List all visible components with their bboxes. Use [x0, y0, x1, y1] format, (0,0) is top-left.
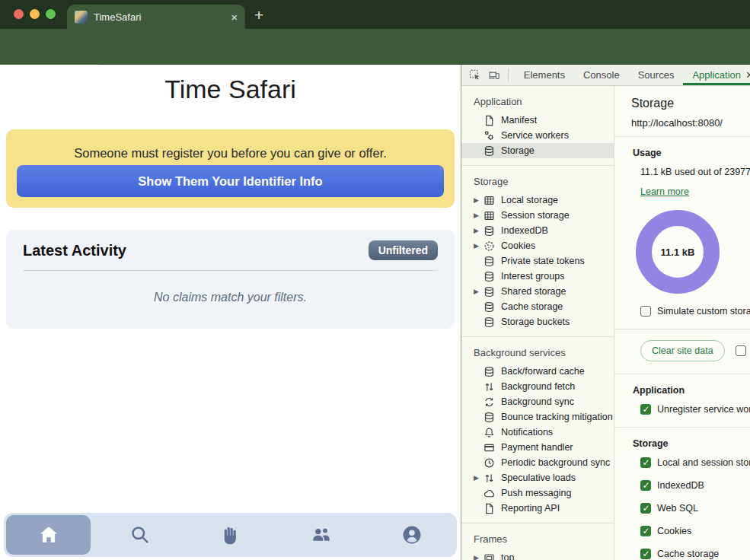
- devtools-tabs: Elements Console Sources Application: [515, 65, 750, 85]
- sidebar-item-speculative-loads[interactable]: Speculative loads: [461, 470, 614, 485]
- sidebar-section-storage: Storage Local storage Session storage: [461, 172, 614, 337]
- tab-close-icon[interactable]: ×: [231, 11, 238, 23]
- clear-site-data-button[interactable]: Clear site data: [640, 340, 725, 361]
- devtools-close-icon[interactable]: ×: [746, 68, 750, 82]
- tab-sources[interactable]: Sources: [629, 65, 684, 85]
- cache-storage-row[interactable]: Cache storage: [640, 549, 750, 559]
- sidebar-item-private-state-tokens[interactable]: Private state tokens: [461, 253, 614, 269]
- inspect-element-icon[interactable]: [469, 68, 480, 81]
- chevron-expand-icon[interactable]: [474, 288, 484, 295]
- sidebar-item-local-storage[interactable]: Local storage: [461, 192, 614, 208]
- cloud-icon: [484, 488, 495, 499]
- maximize-window-button[interactable]: [46, 9, 56, 19]
- clock-icon: [484, 457, 495, 469]
- show-identifier-info-button[interactable]: Show Them Your Identifier Info: [17, 165, 444, 197]
- browser-tab[interactable]: TimeSafari ×: [67, 5, 245, 29]
- minimize-window-button[interactable]: [30, 9, 40, 19]
- checkbox-checked-icon[interactable]: [640, 404, 651, 415]
- nav-contacts[interactable]: [276, 513, 366, 557]
- tab-application[interactable]: Application: [683, 65, 750, 85]
- tab-elements[interactable]: Elements: [515, 65, 574, 85]
- document-icon: [484, 503, 495, 514]
- sidebar-item-storage-buckets[interactable]: Storage buckets: [461, 314, 614, 329]
- sidebar-item-storage[interactable]: Storage: [461, 143, 614, 158]
- storage-panel-header: Storage http://localhost:8080/: [614, 86, 750, 137]
- database-icon: [484, 317, 495, 328]
- sidebar-item-interest-groups[interactable]: Interest groups: [461, 269, 614, 284]
- checkbox-checked-icon[interactable]: [640, 480, 651, 491]
- sidebar-item-cookies[interactable]: Cookies: [461, 238, 614, 253]
- frame-icon: [484, 552, 495, 560]
- sidebar-item-label: Shared storage: [501, 286, 566, 297]
- checkbox-checked-icon[interactable]: [640, 526, 651, 536]
- unfiltered-button[interactable]: Unfiltered: [369, 240, 438, 260]
- sidebar-item-label: Local storage: [501, 195, 558, 205]
- close-window-button[interactable]: [14, 9, 24, 19]
- sidebar-item-push-messaging[interactable]: Push messaging: [461, 485, 614, 501]
- table-icon: [484, 210, 495, 221]
- sidebar-item-notifications[interactable]: Notifications: [461, 425, 614, 440]
- sidebar-item-label: Service workers: [501, 130, 569, 141]
- bottom-navigation: [4, 513, 457, 557]
- sidebar-item-bounce-tracking-mitigation[interactable]: Bounce tracking mitigation: [461, 409, 614, 425]
- sidebar-item-manifest[interactable]: Manifest: [461, 113, 614, 128]
- hand-icon: [220, 524, 241, 546]
- sidebar-section-application: Application Manifest Service workers: [461, 92, 614, 166]
- chevron-expand-icon[interactable]: [474, 242, 484, 250]
- sidebar-item-label: top: [501, 552, 514, 560]
- tab-console[interactable]: Console: [574, 65, 629, 85]
- cookies-label: Cookies: [657, 526, 691, 536]
- learn-more-link[interactable]: Learn more: [640, 186, 689, 197]
- simulate-quota-row[interactable]: Simulate custom stora: [640, 306, 750, 317]
- devtools-panel: Elements Console Sources Application × A…: [461, 65, 750, 560]
- sidebar-section-frames: Frames top: [461, 530, 614, 560]
- application-heading: Application: [633, 385, 750, 396]
- chevron-expand-icon[interactable]: [474, 474, 484, 482]
- include-cookies-row[interactable]: in: [736, 345, 750, 356]
- nav-search[interactable]: [94, 513, 185, 557]
- sidebar-item-session-storage[interactable]: Session storage: [461, 208, 614, 223]
- sidebar-item-service-workers[interactable]: Service workers: [461, 128, 614, 143]
- window-controls[interactable]: [14, 9, 56, 19]
- database-icon: [484, 412, 495, 423]
- sidebar-item-cache-storage[interactable]: Cache storage: [461, 299, 614, 314]
- usage-section: Usage 11.1 kB used out of 2397799 Learn …: [614, 137, 750, 329]
- new-tab-button[interactable]: +: [254, 6, 263, 24]
- nav-home-tile[interactable]: [6, 515, 91, 555]
- sidebar-item-background-sync[interactable]: Background sync: [461, 394, 614, 409]
- indexeddb-label: IndexedDB: [657, 480, 704, 491]
- device-toolbar-icon[interactable]: [488, 68, 499, 81]
- indexeddb-row[interactable]: IndexedDB: [640, 480, 750, 491]
- search-icon: [129, 524, 151, 546]
- sidebar-item-payment-handler[interactable]: Payment handler: [461, 440, 614, 455]
- chevron-expand-icon[interactable]: [474, 212, 484, 219]
- clear-site-data-row: Clear site data in: [640, 340, 750, 361]
- sidebar-item-indexeddb[interactable]: IndexedDB: [461, 223, 614, 238]
- checkbox-checked-icon[interactable]: [640, 503, 651, 514]
- nav-home[interactable]: [4, 513, 94, 557]
- sidebar-item-periodic-background-sync[interactable]: Periodic background sync: [461, 455, 614, 470]
- sidebar-item-background-fetch[interactable]: Background fetch: [461, 379, 614, 394]
- nav-projects[interactable]: [185, 513, 276, 557]
- nav-profile[interactable]: [366, 513, 457, 557]
- sidebar-item-reporting-api[interactable]: Reporting API: [461, 501, 614, 516]
- chevron-expand-icon[interactable]: [474, 196, 484, 204]
- checkbox-unchecked-icon[interactable]: [640, 306, 651, 317]
- checkbox-unchecked-icon[interactable]: [736, 345, 746, 356]
- database-icon: [484, 366, 495, 377]
- chevron-expand-icon[interactable]: [474, 554, 484, 560]
- checkbox-checked-icon[interactable]: [640, 549, 651, 559]
- cookie-icon: [484, 240, 495, 252]
- web-sql-row[interactable]: Web SQL: [640, 503, 750, 514]
- unregister-sw-row[interactable]: Unregister service wor: [640, 404, 750, 415]
- checkbox-checked-icon[interactable]: [640, 457, 651, 468]
- sidebar-item-label: Reporting API: [501, 503, 560, 514]
- cookies-row[interactable]: Cookies: [640, 526, 750, 536]
- chevron-expand-icon[interactable]: [474, 227, 484, 234]
- unregister-sw-label: Unregister service wor: [657, 404, 750, 415]
- usage-heading: Usage: [633, 148, 750, 158]
- sidebar-item-back-forward-cache[interactable]: Back/forward cache: [461, 364, 614, 379]
- sidebar-item-top-frame[interactable]: top: [461, 550, 614, 560]
- local-session-storage-row[interactable]: Local and session stora: [640, 457, 750, 468]
- sidebar-item-shared-storage[interactable]: Shared storage: [461, 284, 614, 299]
